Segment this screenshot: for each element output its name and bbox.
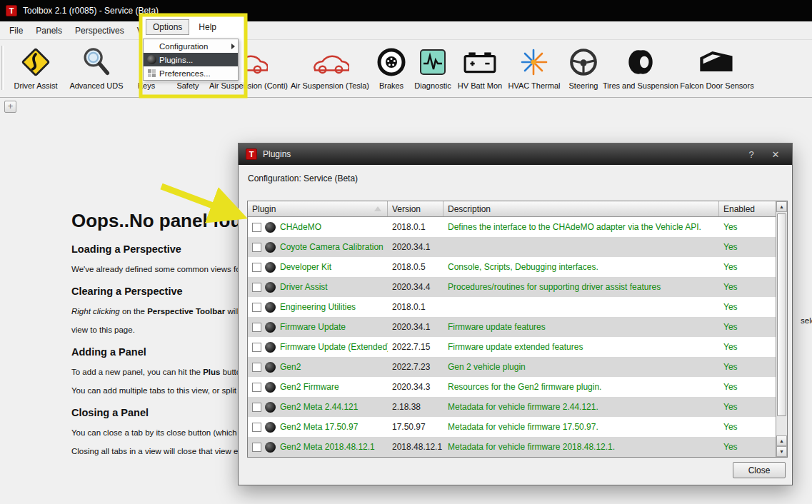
column-header-plugin[interactable]: Plugin: [248, 201, 388, 216]
dialog-close-icon[interactable]: ✕: [766, 149, 785, 160]
plugin-checkbox[interactable]: [252, 283, 261, 292]
plugin-enabled: Yes: [719, 362, 776, 372]
toolbox-logo-icon: [246, 148, 257, 160]
plugin-enabled: Yes: [719, 262, 776, 272]
menu-help[interactable]: Help: [192, 19, 223, 35]
plugin-icon: [265, 382, 276, 393]
table-row[interactable]: Gen2 Meta 2.44.121 2.18.38 Metadata for …: [248, 397, 776, 417]
column-header-description[interactable]: Description: [443, 201, 719, 216]
table-header-row: Plugin Version Description Enabled: [248, 201, 776, 217]
menu-item-plugins[interactable]: Plugins...: [144, 53, 238, 66]
plugin-description: Firmware update features: [443, 322, 719, 332]
close-button[interactable]: Close: [733, 462, 786, 478]
plugin-description: Defines the interface to the CHAdeMO ada…: [443, 222, 719, 232]
plugin-cell: Gen2 Meta 2018.48.12.1: [248, 442, 388, 453]
table-row[interactable]: Gen2 Meta 2018.48.12.1 2018.48.12.1 Meta…: [248, 437, 776, 457]
toolbar-label: Tires and Suspension: [603, 81, 678, 90]
plugins-table-content: Plugin Version Description Enabled: [248, 201, 776, 457]
toolbar-label: HVAC Thermal: [508, 81, 561, 90]
toolbar-label: Advanced UDS: [69, 81, 123, 90]
table-row[interactable]: Driver Assist 2020.34.4 Procedures/routi…: [248, 277, 776, 297]
toolbar-drag-handle[interactable]: [1, 46, 4, 90]
plugin-name: Developer Kit: [280, 262, 331, 272]
table-row[interactable]: Gen2 Firmware 2020.34.3 Resources for th…: [248, 377, 776, 397]
plugin-checkbox[interactable]: [252, 403, 261, 412]
vertical-scrollbar[interactable]: [776, 201, 787, 457]
plugin-icon: [265, 342, 276, 353]
scroll-up-button[interactable]: [776, 201, 787, 212]
dialog-title-bar[interactable]: Plugins ? ✕: [239, 143, 792, 165]
plugin-icon: [265, 282, 276, 293]
table-row[interactable]: Gen2 2022.7.23 Gen 2 vehicle plugin Yes: [248, 357, 776, 377]
toolbar-label: HV Batt Mon: [458, 81, 502, 90]
plugin-name: Gen2 Meta 2.44.121: [280, 402, 358, 412]
options-dropdown: Configuration Plugins... Preferences...: [143, 39, 239, 81]
clipped-text-fragment: sele: [801, 316, 812, 325]
steering-wheel-icon: [568, 44, 599, 81]
table-row[interactable]: CHAdeMO 2018.0.1 Defines the interface t…: [248, 217, 776, 237]
toolbar-item-driver-assist[interactable]: Driver Assist: [4, 40, 67, 97]
plugin-checkbox[interactable]: [252, 363, 261, 372]
toolbar-item-hv-batt-mon[interactable]: HV Batt Mon: [454, 40, 506, 97]
toolbar-label: Brakes: [379, 81, 404, 90]
menu-panels[interactable]: Panels: [29, 23, 69, 39]
table-row[interactable]: Gen2 Meta 17.50.97 17.50.97 Metadata for…: [248, 417, 776, 437]
configuration-label: Configuration: Service (Beta): [248, 173, 358, 183]
column-header-enabled[interactable]: Enabled: [719, 201, 776, 216]
column-header-version[interactable]: Version: [388, 201, 443, 216]
plugin-cell: CHAdeMO: [248, 222, 388, 233]
plugin-checkbox[interactable]: [252, 243, 261, 252]
menu-options[interactable]: Options: [146, 19, 189, 35]
toolbar-item-air-suspension-tesla[interactable]: Air Suspension (Tesla): [289, 40, 371, 97]
plugin-version: 2018.0.5: [388, 262, 443, 272]
plugin-checkbox[interactable]: [252, 303, 261, 312]
plugin-version: 2020.34.1: [388, 322, 443, 332]
table-row[interactable]: Firmware Update 2020.34.1 Firmware updat…: [248, 317, 776, 337]
menu-bar: File Panels Perspectives View: [0, 21, 812, 40]
table-row[interactable]: Firmware Update (Extended) 2022.7.15 Fir…: [248, 337, 776, 357]
application-window: Toolbox 2.1 (r0085) - Service (Beta) Fil…: [0, 0, 812, 504]
menu-item-configuration[interactable]: Configuration: [144, 39, 238, 53]
menu-file[interactable]: File: [3, 23, 29, 39]
table-row[interactable]: Developer Kit 2018.0.5 Console, Scripts,…: [248, 257, 776, 277]
table-row[interactable]: Engineering Utilities 2018.0.1 Yes: [248, 297, 776, 317]
plugin-icon: [265, 302, 276, 313]
plugin-checkbox[interactable]: [252, 383, 261, 392]
toolbar-item-hvac-thermal[interactable]: HVAC Thermal: [506, 40, 563, 97]
toolbar-label: Diagnostic: [414, 81, 451, 90]
dialog-help-button[interactable]: ?: [742, 149, 761, 160]
toolbar-item-tires-and-suspension[interactable]: Tires and Suspension: [604, 40, 677, 97]
section-text-fragment: Right clicking: [71, 307, 120, 316]
plugin-checkbox[interactable]: [252, 323, 261, 332]
plugin-name: Firmware Update: [280, 322, 346, 332]
scrollbar-thumb[interactable]: [777, 213, 786, 416]
toolbar-item-falcon-door-sensors[interactable]: Falcon Door Sensors: [677, 40, 757, 97]
column-header-label: Plugin: [252, 204, 276, 214]
plugin-cell: Firmware Update: [248, 322, 388, 333]
plugin-name: Gen2: [280, 362, 301, 372]
toolbar-item-diagnostic[interactable]: Diagnostic: [411, 40, 454, 97]
toolbar-item-steering[interactable]: Steering: [563, 40, 604, 97]
section-text-fragment: will: [225, 307, 239, 316]
scrollbar-track[interactable]: [776, 212, 787, 435]
toolbar-item-advanced-uds[interactable]: Advanced UDS: [67, 40, 126, 97]
menu-item-preferences[interactable]: Preferences...: [144, 66, 238, 80]
plugin-checkbox[interactable]: [252, 443, 261, 452]
scroll-down-button[interactable]: [776, 446, 787, 457]
plugin-description: Metadata for vehicle firmware 17.50.97.: [443, 422, 719, 432]
plugin-version: 2018.48.12.1: [388, 442, 443, 452]
plugin-checkbox[interactable]: [252, 223, 261, 232]
add-panel-button[interactable]: [4, 101, 16, 113]
plugin-checkbox[interactable]: [252, 263, 261, 272]
plugin-cell: Developer Kit: [248, 262, 388, 273]
plugin-checkbox[interactable]: [252, 423, 261, 432]
scroll-up-button-bottom[interactable]: [776, 435, 787, 446]
dialog-title: Plugins: [263, 149, 736, 159]
plugin-checkbox[interactable]: [252, 343, 261, 352]
plugins-table-body: CHAdeMO 2018.0.1 Defines the interface t…: [248, 217, 776, 457]
menu-perspectives[interactable]: Perspectives: [69, 23, 131, 39]
window-title: Toolbox 2.1 (r0085) - Service (Beta): [23, 6, 159, 16]
table-row[interactable]: Coyote Camera Calibration 2020.34.1 Yes: [248, 237, 776, 257]
toolbar-label: Keys: [138, 81, 155, 90]
toolbar-item-brakes[interactable]: Brakes: [371, 40, 411, 97]
